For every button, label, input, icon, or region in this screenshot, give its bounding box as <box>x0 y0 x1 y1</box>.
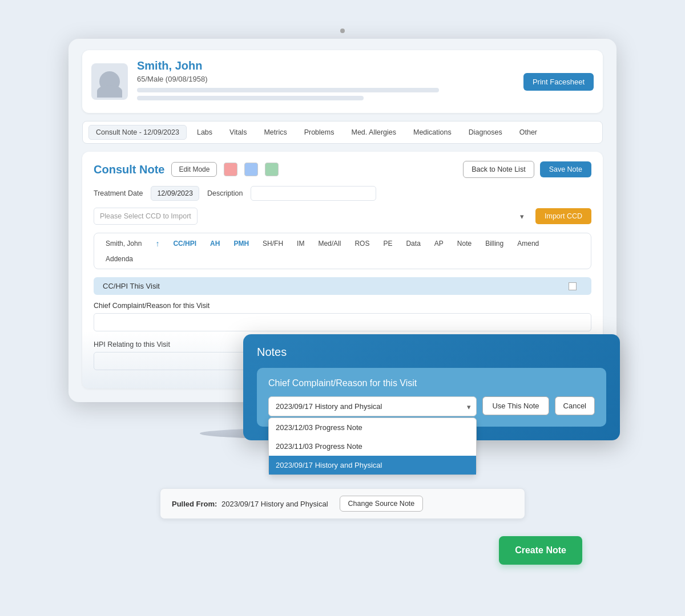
patient-tab-ah[interactable]: AH <box>204 237 225 250</box>
create-note-button[interactable]: Create Note <box>499 536 582 565</box>
patient-tab-pmh[interactable]: PMH <box>228 237 255 250</box>
patient-tab-pe[interactable]: PE <box>377 237 398 250</box>
cchpi-checkbox[interactable] <box>569 282 577 290</box>
notes-inner: Chief Complaint/Reason for this Visit 20… <box>257 368 606 427</box>
patient-tabs: Smith, John ↑ CC/HPI AH PMH SH/FH IM Med… <box>94 233 591 269</box>
dropdown-option-3[interactable]: 2023/09/17 History and Physical <box>269 456 476 475</box>
patient-tab-note[interactable]: Note <box>452 237 477 250</box>
skeleton-line-1 <box>137 88 439 92</box>
import-ccd-button[interactable]: Import CCD <box>535 208 591 224</box>
chief-complaint-input[interactable] <box>94 313 591 331</box>
section-title: Consult Note <box>94 163 164 176</box>
pulled-from-source: 2023/09/17 History and Physical <box>221 500 328 508</box>
treatment-date-value: 12/09/2023 <box>151 186 199 201</box>
patient-name: Smith, John <box>137 59 514 72</box>
tab-medications[interactable]: Medications <box>406 125 458 139</box>
change-source-note-button[interactable]: Change Source Note <box>340 496 424 512</box>
patient-tab-name[interactable]: Smith, John <box>100 237 147 250</box>
dropdown-option-2[interactable]: 2023/11/03 Progress Note <box>269 437 476 456</box>
ccd-select-wrapper: Please Select CCD to Import <box>94 208 530 225</box>
description-label: Description <box>207 189 243 197</box>
color-swatch-pink[interactable] <box>224 163 237 176</box>
patient-tab-ap[interactable]: AP <box>429 237 449 250</box>
patient-tab-data[interactable]: Data <box>400 237 426 250</box>
patient-tab-cchpi[interactable]: CC/HPI <box>167 237 202 250</box>
header-actions: Back to Note List Save Note <box>463 161 591 178</box>
section-header: Consult Note Edit Mode Back to Note List… <box>94 161 591 178</box>
patient-dob: 65/Male (09/08/1958) <box>137 75 514 83</box>
cchpi-header-text: CC/HPI This Visit <box>103 282 160 290</box>
monitor-dot <box>340 29 345 33</box>
color-swatch-blue[interactable] <box>244 163 258 176</box>
treatment-date-label: Treatment Date <box>94 189 143 197</box>
pulled-from-banner: Pulled From: 2023/09/17 History and Phys… <box>160 488 525 519</box>
patient-tab-arrow[interactable]: ↑ <box>150 237 165 250</box>
dropdown-option-1[interactable]: 2023/12/03 Progress Note <box>269 418 476 437</box>
print-facesheet-button[interactable]: Print Facesheet <box>523 73 594 91</box>
avatar <box>91 63 128 100</box>
patient-tab-medall[interactable]: Med/All <box>312 237 346 250</box>
cancel-button[interactable]: Cancel <box>555 396 595 415</box>
patient-tab-ros[interactable]: ROS <box>349 237 375 250</box>
tab-consult-note[interactable]: Consult Note - 12/09/2023 <box>88 125 187 140</box>
tab-diagnoses[interactable]: Diagnoses <box>462 125 509 139</box>
main-tabs-bar: Consult Note - 12/09/2023 Labs Vitals Me… <box>82 121 603 144</box>
tab-problems[interactable]: Problems <box>297 125 341 139</box>
description-input[interactable] <box>251 186 376 201</box>
notes-dropdown-row: 2023/12/03 Progress Note 2023/11/03 Prog… <box>268 396 595 416</box>
notes-section-title: Chief Complaint/Reason for this Visit <box>268 378 595 388</box>
patient-card: Smith, John 65/Male (09/08/1958) Print F… <box>82 50 603 113</box>
pulled-from-text: Pulled From: 2023/09/17 History and Phys… <box>172 500 328 508</box>
notes-select[interactable]: 2023/12/03 Progress Note 2023/11/03 Prog… <box>268 396 477 416</box>
avatar-icon <box>99 71 120 92</box>
notes-select-wrapper: 2023/12/03 Progress Note 2023/11/03 Prog… <box>268 396 477 416</box>
tab-labs[interactable]: Labs <box>190 125 219 139</box>
content-area: Consult Note Edit Mode Back to Note List… <box>82 152 603 388</box>
notes-modal-title: Notes <box>257 346 606 359</box>
edit-mode-button[interactable]: Edit Mode <box>171 162 217 177</box>
treatment-row: Treatment Date 12/09/2023 Description <box>94 186 591 201</box>
patient-tab-shfh[interactable]: SH/FH <box>257 237 289 250</box>
color-swatch-green[interactable] <box>265 163 279 176</box>
dropdown-options-panel: 2023/12/03 Progress Note 2023/11/03 Prog… <box>268 418 477 475</box>
skeleton-line-2 <box>137 96 364 100</box>
patient-tab-addenda[interactable]: Addenda <box>100 253 139 265</box>
ccd-select[interactable]: Please Select CCD to Import <box>94 208 198 225</box>
cchpi-header: CC/HPI This Visit <box>94 277 591 295</box>
save-note-button[interactable]: Save Note <box>540 161 591 177</box>
pulled-from-prefix: Pulled From: <box>172 500 217 508</box>
back-to-note-list-button[interactable]: Back to Note List <box>463 161 534 178</box>
chief-complaint-label: Chief Complaint/Reason for this Visit <box>94 302 591 310</box>
notes-modal: Notes Chief Complaint/Reason for this Vi… <box>243 334 620 440</box>
tab-other[interactable]: Other <box>513 125 544 139</box>
patient-tab-billing[interactable]: Billing <box>480 237 509 250</box>
chief-complaint-section: Chief Complaint/Reason for this Visit <box>94 302 591 331</box>
patient-tab-im[interactable]: IM <box>291 237 310 250</box>
monitor-screen: Smith, John 65/Male (09/08/1958) Print F… <box>68 39 616 402</box>
tab-med-allergies[interactable]: Med. Allergies <box>344 125 403 139</box>
patient-tab-amend[interactable]: Amend <box>511 237 545 250</box>
patient-info: Smith, John 65/Male (09/08/1958) <box>137 59 514 104</box>
tab-metrics[interactable]: Metrics <box>257 125 293 139</box>
ccd-row: Please Select CCD to Import Import CCD <box>94 208 591 225</box>
tab-vitals[interactable]: Vitals <box>223 125 253 139</box>
use-this-note-button[interactable]: Use This Note <box>482 396 549 415</box>
